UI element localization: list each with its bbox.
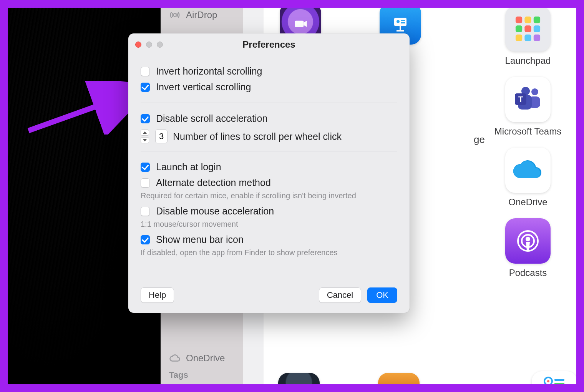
svg-rect-14 xyxy=(516,35,522,41)
window-titlebar[interactable]: Preferences xyxy=(128,33,410,56)
app-tile-onedrive[interactable]: OneDrive xyxy=(505,148,551,208)
group-scrolling-direction: Invert horizontal scrolling Invert verti… xyxy=(141,56,397,103)
svg-rect-9 xyxy=(524,17,531,23)
checkbox-disable-scroll-accel[interactable] xyxy=(141,114,150,123)
preferences-window: Preferences Invert horizontal scrolling … xyxy=(128,33,410,313)
checkbox-label: Invert horizontal scrolling xyxy=(156,66,262,77)
camera-icon xyxy=(293,16,308,32)
lines-stepper xyxy=(141,130,150,143)
svg-rect-8 xyxy=(516,17,522,23)
checkbox-label: Show menu bar icon xyxy=(156,234,244,245)
podcasts-app-icon xyxy=(505,218,551,264)
svg-rect-10 xyxy=(534,17,540,23)
svg-point-25 xyxy=(526,237,530,241)
background-app-row-bottom xyxy=(278,373,420,384)
stepper-down-button[interactable] xyxy=(141,137,149,143)
lines-value-field[interactable]: 3 xyxy=(155,130,168,143)
app-icon-dark[interactable] xyxy=(278,373,320,384)
sidebar-section-tags: Tags xyxy=(161,370,243,380)
partial-app-icon[interactable] xyxy=(532,371,576,384)
sidebar-item-label: AirDrop xyxy=(186,10,217,20)
checkbox-label: Launch at login xyxy=(156,161,221,173)
onedrive-app-icon xyxy=(505,148,551,193)
presentation-icon xyxy=(391,15,410,33)
svg-point-27 xyxy=(547,380,549,382)
app-label: Podcasts xyxy=(509,267,547,278)
group-misc: Launch at login Alternate detection meth… xyxy=(141,151,397,268)
lines-label: Number of lines to scroll per wheel clic… xyxy=(173,131,342,142)
app-label: Launchpad xyxy=(505,55,551,66)
svg-rect-13 xyxy=(534,25,540,32)
svg-rect-28 xyxy=(554,379,564,381)
airdrop-icon xyxy=(169,9,181,21)
checkbox-label: Disable scroll acceleration xyxy=(156,113,267,124)
teams-icon: T xyxy=(513,86,543,113)
app-icon-orange[interactable] xyxy=(378,373,420,384)
group-scroll-acceleration: Disable scroll acceleration 3 Number of … xyxy=(141,103,397,151)
preferences-body: Invert horizontal scrolling Invert verti… xyxy=(128,56,410,286)
hint-text: If disabled, open the app from Finder to… xyxy=(141,247,397,260)
app-tile-podcasts[interactable]: Podcasts xyxy=(505,218,551,278)
partial-icon xyxy=(543,376,566,384)
checkbox-launch-at-login[interactable] xyxy=(141,163,150,172)
svg-rect-2 xyxy=(394,18,406,26)
svg-rect-7 xyxy=(401,22,405,23)
app-grid-column: Launchpad T Microsoft Teams xyxy=(478,8,576,278)
cloud-icon xyxy=(169,352,181,364)
svg-rect-15 xyxy=(524,35,531,41)
minimize-window-button[interactable] xyxy=(146,42,152,48)
sidebar-item-airdrop[interactable]: AirDrop xyxy=(161,8,243,25)
app-tile-launchpad[interactable]: Launchpad xyxy=(505,8,551,66)
svg-point-0 xyxy=(173,13,176,17)
cloud-icon xyxy=(511,159,544,181)
checkbox-label: Alternate detection method xyxy=(156,177,271,188)
help-button[interactable]: Help xyxy=(141,287,174,303)
svg-text:T: T xyxy=(518,95,523,103)
chevron-down-icon xyxy=(143,139,147,141)
stepper-up-button[interactable] xyxy=(141,130,149,136)
checkbox-label: Disable mouse acceleration xyxy=(156,206,274,217)
svg-point-17 xyxy=(531,88,538,95)
cancel-button[interactable]: Cancel xyxy=(319,287,361,303)
zoom-window-button[interactable] xyxy=(157,42,163,48)
window-controls xyxy=(135,42,163,48)
app-tile-teams[interactable]: T Microsoft Teams xyxy=(494,77,561,137)
dialog-footer: Help Cancel OK xyxy=(128,286,410,313)
checkbox-alt-detection[interactable] xyxy=(141,178,150,188)
podcasts-icon xyxy=(514,228,541,254)
app-label: Microsoft Teams xyxy=(494,126,561,137)
svg-rect-3 xyxy=(400,26,401,30)
checkbox-disable-mouse-accel[interactable] xyxy=(141,207,150,216)
svg-rect-11 xyxy=(516,25,522,32)
hint-text: Required for certain mice, enable if scr… xyxy=(141,191,397,203)
svg-rect-6 xyxy=(401,20,405,21)
svg-rect-29 xyxy=(554,383,564,384)
grid-icon xyxy=(514,15,542,43)
launchpad-app-icon xyxy=(505,8,551,51)
svg-point-5 xyxy=(397,20,400,23)
svg-rect-1 xyxy=(295,21,304,27)
svg-rect-12 xyxy=(524,25,531,32)
checkbox-invert-horizontal[interactable] xyxy=(141,67,150,76)
sidebar-item-onedrive[interactable]: OneDrive xyxy=(161,349,243,368)
svg-rect-4 xyxy=(397,30,404,32)
checkbox-invert-vertical[interactable] xyxy=(141,83,150,92)
window-title: Preferences xyxy=(128,39,410,50)
hint-text: 1:1 mouse/cursor movement xyxy=(141,219,397,232)
chevron-up-icon xyxy=(143,131,147,134)
ok-button[interactable]: OK xyxy=(367,287,397,303)
teams-app-icon: T xyxy=(505,77,551,122)
sidebar-item-label: OneDrive xyxy=(186,353,225,364)
checkbox-show-menu-bar-icon[interactable] xyxy=(141,235,150,244)
svg-rect-16 xyxy=(534,35,540,41)
screenshot-area: AirDrop OneDrive Tags ge xyxy=(8,8,576,384)
app-label: OneDrive xyxy=(508,197,547,208)
checkbox-label: Invert vertical scrolling xyxy=(156,81,251,93)
close-window-button[interactable] xyxy=(135,42,141,48)
